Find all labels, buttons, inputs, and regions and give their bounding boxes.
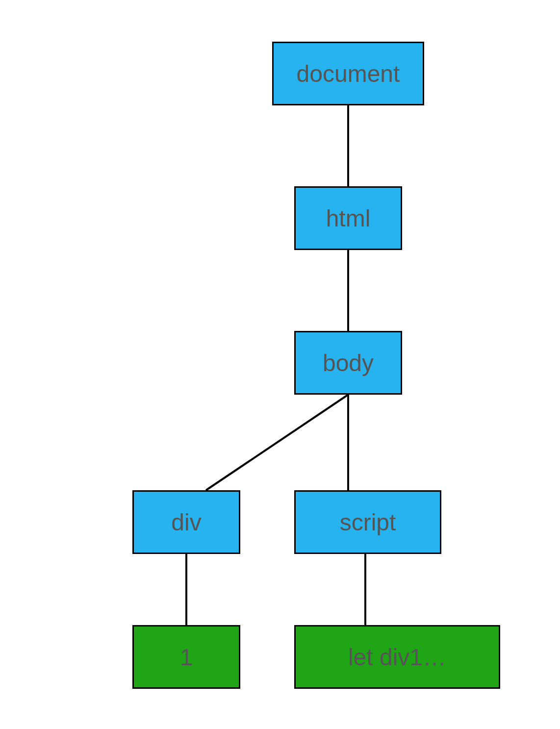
node-label: document <box>297 60 400 87</box>
node-document: document <box>272 42 424 105</box>
node-div-text: 1 <box>132 625 240 689</box>
node-body: body <box>294 331 402 395</box>
node-label: let div1… <box>348 644 446 671</box>
node-label: div <box>171 509 201 536</box>
node-label: 1 <box>180 644 193 671</box>
node-html: html <box>294 186 402 250</box>
node-script-text: let div1… <box>294 625 500 689</box>
node-label: script <box>340 509 396 536</box>
node-script: script <box>294 490 441 554</box>
node-label: html <box>326 205 371 232</box>
tree-edges <box>0 0 560 729</box>
node-label: body <box>323 350 374 377</box>
node-div: div <box>132 490 240 554</box>
svg-line-2 <box>206 395 348 490</box>
